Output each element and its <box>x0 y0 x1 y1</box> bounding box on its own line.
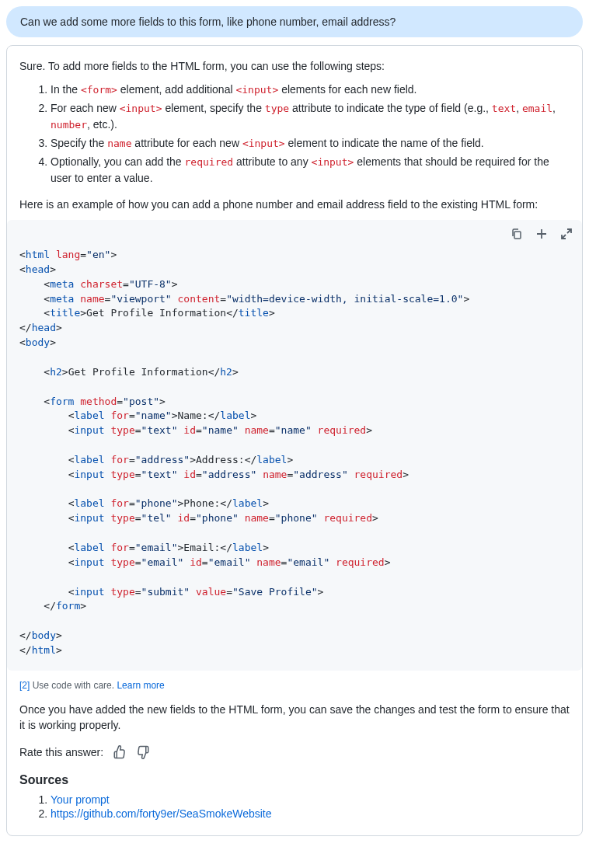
user-message-bubble: Can we add some more fields to this form… <box>6 6 583 37</box>
rate-row: Rate this answer: <box>19 745 570 759</box>
step-3: Specify the name attribute for each new … <box>51 135 570 152</box>
step-4: Optionally, you can add the required att… <box>51 154 570 186</box>
sources-heading: Sources <box>19 773 570 787</box>
copy-icon[interactable] <box>511 228 523 240</box>
step-2: For each new <input> element, specify th… <box>51 100 570 133</box>
answer-intro: Sure. To add more fields to the HTML for… <box>19 58 570 74</box>
learn-more-link[interactable]: Learn more <box>117 680 164 691</box>
user-message-text: Can we add some more fields to this form… <box>20 16 396 28</box>
code-care-note: [2] Use code with care. Learn more <box>19 680 570 691</box>
code-block: <html lang="en"> <head> <meta charset="U… <box>7 220 582 671</box>
code-content: <html lang="en"> <head> <meta charset="U… <box>19 248 570 658</box>
step-1: In the <form> element, add additional <i… <box>51 82 570 98</box>
svg-rect-0 <box>514 232 521 239</box>
steps-list: In the <form> element, add additional <i… <box>19 82 570 186</box>
code-toolbar <box>511 228 573 240</box>
footnote-ref[interactable]: [2] <box>19 680 30 691</box>
expand-icon[interactable] <box>560 228 573 240</box>
answer-card: Sure. To add more fields to the HTML for… <box>6 45 583 836</box>
insert-icon[interactable] <box>535 228 548 240</box>
source-link-2[interactable]: https://github.com/forty9er/SeaSmokeWebs… <box>51 807 272 820</box>
rate-label: Rate this answer: <box>19 746 103 758</box>
source-link-1[interactable]: Your prompt <box>51 793 110 806</box>
sources-section: Sources Your prompt https://github.com/f… <box>19 773 570 820</box>
source-item-2: https://github.com/forty9er/SeaSmokeWebs… <box>51 807 570 820</box>
thumbs-down-icon[interactable] <box>136 745 150 759</box>
example-intro: Here is an example of how you can add a … <box>19 197 570 212</box>
thumbs-up-icon[interactable] <box>113 745 127 759</box>
source-item-1: Your prompt <box>51 793 570 806</box>
conclusion-text: Once you have added the new fields to th… <box>19 702 570 734</box>
